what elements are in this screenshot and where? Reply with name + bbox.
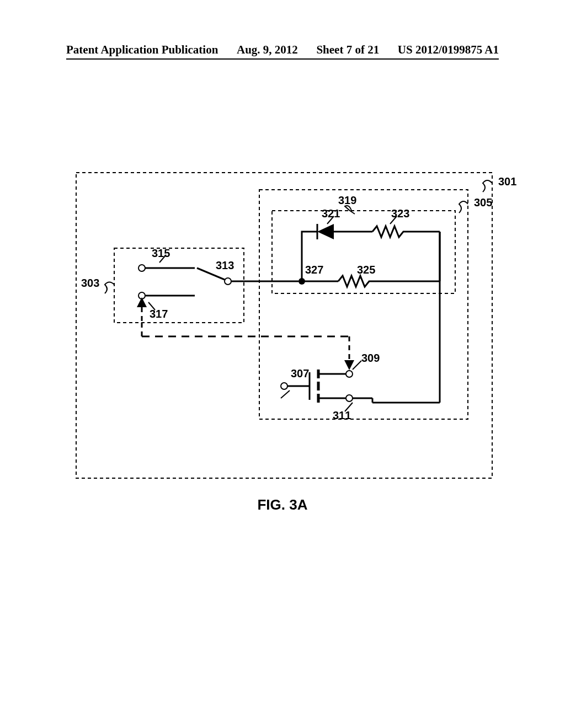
- label-321: 321: [322, 207, 340, 220]
- svg-rect-0: [76, 173, 492, 478]
- header-title: Patent Application Publication: [66, 43, 218, 57]
- label-305: 305: [474, 196, 492, 209]
- svg-point-26: [225, 278, 231, 285]
- svg-point-28: [138, 265, 145, 271]
- svg-line-36: [281, 390, 290, 398]
- page-header: Patent Application Publication Aug. 9, 2…: [0, 43, 565, 57]
- label-327: 327: [305, 264, 323, 276]
- svg-marker-6: [317, 224, 334, 239]
- label-301: 301: [498, 175, 516, 188]
- label-317: 317: [150, 308, 168, 320]
- label-313: 313: [216, 259, 234, 272]
- label-325: 325: [357, 264, 375, 276]
- header-pubnum: US 2012/0199875 A1: [398, 43, 499, 57]
- label-315: 315: [152, 247, 170, 260]
- label-307: 307: [291, 367, 309, 380]
- label-319: 319: [338, 194, 356, 207]
- svg-point-22: [346, 395, 353, 402]
- svg-point-31: [138, 292, 145, 299]
- label-323: 323: [391, 207, 409, 220]
- label-309: 309: [361, 352, 380, 365]
- svg-point-20: [346, 371, 353, 377]
- header-sheet: Sheet 7 of 21: [316, 43, 379, 57]
- svg-line-37: [353, 361, 361, 370]
- header-rule: [66, 58, 499, 60]
- figure-caption: FIG. 3A: [0, 496, 565, 513]
- svg-point-13: [281, 383, 287, 389]
- label-311: 311: [333, 409, 351, 422]
- label-303: 303: [81, 277, 99, 290]
- header-date: Aug. 9, 2012: [237, 43, 298, 57]
- circuit-diagram: 301 305 303 319 321 323 315 313 327 325 …: [74, 171, 494, 480]
- svg-rect-1: [259, 190, 468, 419]
